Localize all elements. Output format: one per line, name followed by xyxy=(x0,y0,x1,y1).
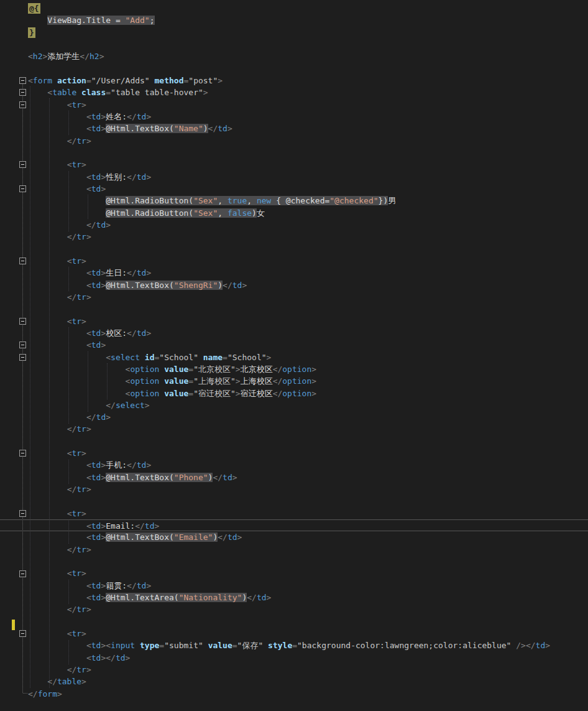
code-token: </ xyxy=(273,376,283,386)
code-token: > xyxy=(101,184,106,193)
code-line[interactable]: <td>性别:</td> xyxy=(0,171,588,183)
code-line[interactable]: <tr> xyxy=(0,99,588,111)
code-token: Email: xyxy=(106,521,135,531)
code-line[interactable]: @Html.RadioButton("Sex", false)女 xyxy=(0,207,588,219)
code-line[interactable]: <form action="/User/Adds" method="post"> xyxy=(0,75,588,86)
code-token xyxy=(76,88,81,97)
code-line[interactable]: <td> xyxy=(0,339,588,351)
code-line[interactable]: <tr> xyxy=(0,567,588,579)
code-token: td xyxy=(91,581,101,590)
code-token: < xyxy=(106,641,111,650)
code-token: td xyxy=(91,641,101,650)
code-line[interactable]: <td>@Html.TextBox("Name")</td> xyxy=(0,123,588,134)
code-line[interactable]: <td>手机:</td> xyxy=(0,459,588,471)
code-line[interactable]: <td>@Html.TextBox("Phone")</td> xyxy=(0,472,588,483)
code-line[interactable]: </td> xyxy=(0,219,588,231)
code-line[interactable]: <td>@Html.TextBox("Emaile")</td> xyxy=(0,531,588,543)
code-line[interactable]: <td><input type="submit" value="保存" styl… xyxy=(0,639,588,651)
fold-toggle-icon[interactable] xyxy=(19,510,26,517)
fold-toggle-icon[interactable] xyxy=(19,318,26,325)
code-line[interactable]: <tr> xyxy=(0,159,588,170)
fold-toggle-icon[interactable] xyxy=(19,450,26,457)
code-token: , xyxy=(247,196,257,205)
code-line[interactable]: <td>@Html.TextBox("ShengRi")</td> xyxy=(0,279,588,291)
code-line[interactable] xyxy=(0,555,588,567)
code-token: < xyxy=(86,112,91,121)
code-line[interactable] xyxy=(0,147,588,159)
code-line[interactable]: <td>生日:</td> xyxy=(0,267,588,279)
code-line[interactable]: </tr> xyxy=(0,544,588,555)
code-line[interactable]: </select> xyxy=(0,399,588,411)
code-line[interactable] xyxy=(0,39,588,50)
fold-toggle-icon[interactable] xyxy=(19,354,26,361)
code-line[interactable]: <tr> xyxy=(0,255,588,267)
code-line[interactable]: <select id="School" name="School"> xyxy=(0,351,588,363)
code-line[interactable]: </form> xyxy=(0,688,588,700)
code-line[interactable]: <td>姓名:</td> xyxy=(0,111,588,123)
code-token: > xyxy=(146,268,151,277)
code-token: @Html.TextArea( xyxy=(106,593,178,602)
code-line[interactable]: <option value="北京校区">北京校区</option> xyxy=(0,363,588,375)
code-line[interactable]: </tr> xyxy=(0,291,588,303)
code-token: > xyxy=(146,172,151,182)
code-line[interactable] xyxy=(0,243,588,255)
code-line[interactable]: <tr> xyxy=(0,447,588,459)
code-line[interactable]: </tr> xyxy=(0,135,588,147)
fold-toggle-icon[interactable] xyxy=(19,570,26,577)
code-token: > xyxy=(311,365,316,374)
code-token: td xyxy=(137,172,147,182)
code-line[interactable]: </tr> xyxy=(0,603,588,615)
code-line[interactable]: <td>Email:</td> xyxy=(0,519,588,531)
code-line[interactable] xyxy=(0,495,588,507)
code-token: td xyxy=(91,653,101,662)
code-token xyxy=(28,460,86,470)
code-line[interactable]: </tr> xyxy=(0,231,588,243)
fold-toggle-icon[interactable] xyxy=(19,161,26,168)
code-area[interactable]: @{ ViewBag.Title = "Add";}<h2>添加学生</h2><… xyxy=(0,2,588,700)
code-line[interactable] xyxy=(0,303,588,315)
code-line[interactable]: </tr> xyxy=(0,664,588,676)
fold-toggle-icon[interactable] xyxy=(19,342,26,348)
code-line[interactable]: @{ xyxy=(0,2,588,14)
code-line[interactable]: <tr> xyxy=(0,508,588,519)
code-line[interactable]: </td> xyxy=(0,411,588,423)
code-line[interactable]: <td>@Html.TextArea("Nationality")</td> xyxy=(0,592,588,603)
code-line[interactable]: ViewBag.Title = "Add"; xyxy=(0,14,588,26)
code-token xyxy=(28,521,86,531)
code-token: { @checked= xyxy=(271,196,329,205)
code-line[interactable]: <table class="table table-hover"> xyxy=(0,86,588,98)
code-line[interactable]: <option value="上海校区">上海校区</option> xyxy=(0,375,588,387)
code-token: </ xyxy=(526,641,536,650)
code-line[interactable]: </table> xyxy=(0,676,588,687)
fold-toggle-icon[interactable] xyxy=(19,101,26,108)
fold-toggle-icon[interactable] xyxy=(19,185,26,192)
code-line[interactable]: <td>校区:</td> xyxy=(0,327,588,339)
code-token xyxy=(28,532,86,542)
code-line[interactable]: <option value="宿迁校区">宿迁校区</option> xyxy=(0,388,588,399)
code-line[interactable]: </tr> xyxy=(0,483,588,495)
code-line[interactable] xyxy=(0,435,588,447)
code-line[interactable]: </tr> xyxy=(0,423,588,435)
code-token: > xyxy=(81,317,86,326)
code-line[interactable]: } xyxy=(0,27,588,39)
code-line[interactable]: <td>籍贯:</td> xyxy=(0,580,588,592)
code-line[interactable]: <td></td> xyxy=(0,652,588,664)
code-token: h2 xyxy=(33,52,43,61)
code-line[interactable]: <td> xyxy=(0,183,588,195)
code-token: > xyxy=(227,124,232,133)
code-line[interactable]: <tr> xyxy=(0,628,588,639)
code-token: , xyxy=(218,208,227,218)
fold-toggle-icon[interactable] xyxy=(19,77,26,84)
code-line[interactable]: <tr> xyxy=(0,315,588,327)
code-token: </ xyxy=(67,424,77,434)
code-line[interactable]: @Html.RadioButton("Sex", true, new { @ch… xyxy=(0,195,588,207)
code-token: td xyxy=(145,521,155,531)
code-line[interactable]: <h2>添加学生</h2> xyxy=(0,50,588,62)
code-line[interactable] xyxy=(0,616,588,628)
code-line[interactable] xyxy=(0,63,588,75)
fold-toggle-icon[interactable] xyxy=(19,258,26,264)
fold-toggle-icon[interactable] xyxy=(19,630,26,637)
code-token xyxy=(28,545,67,554)
code-token: </ xyxy=(273,389,283,398)
fold-toggle-icon[interactable] xyxy=(19,89,26,96)
